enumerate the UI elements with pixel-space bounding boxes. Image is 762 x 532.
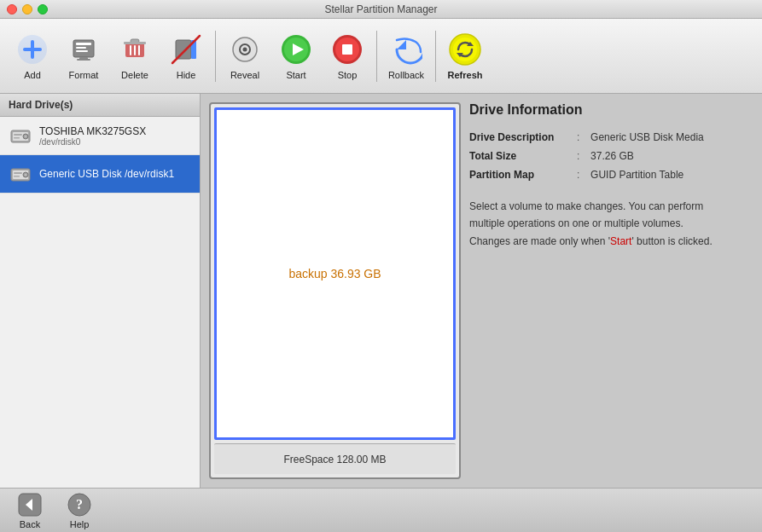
separator-3 [435,31,436,82]
stop-icon [330,32,364,66]
note-line3-pre: Changes are made only when ' [469,235,610,247]
svg-rect-41 [14,172,22,174]
rollback-button[interactable]: Rollback [381,23,432,90]
format-icon [67,32,101,66]
toolbar: Add Format Delet [0,19,762,94]
svg-rect-2 [23,48,42,51]
maximize-button[interactable] [38,4,48,14]
bottom-bar: Back ? Help [0,488,762,532]
help-label: Help [70,519,90,529]
field-key-1: Total Size [469,147,572,165]
hide-icon [169,32,203,66]
stop-label: Stop [338,70,358,80]
colon-1: : [572,147,590,165]
close-button[interactable] [7,4,17,14]
note-highlight: Start [610,235,631,247]
start-icon [279,32,313,66]
note-line2: multiple operations on one or multiple v… [469,217,683,229]
colon-2: : [572,165,590,184]
refresh-icon [448,32,482,66]
refresh-label: Refresh [448,70,483,80]
info-panel: Drive Information Drive Description : Ge… [469,102,753,479]
start-label: Start [286,70,305,80]
svg-point-34 [25,136,27,138]
start-button[interactable]: Start [270,23,322,90]
field-val-0: Generic USB Disk Media [590,128,753,147]
format-button[interactable]: Format [58,23,109,90]
delete-button[interactable]: Delete [109,23,160,90]
toshiba-sublabel: /dev/rdisk0 [39,137,146,147]
field-key-2: Partition Map [469,165,572,184]
add-label: Add [24,70,41,80]
add-icon [15,32,49,66]
hide-label: Hide [177,70,196,80]
reveal-button[interactable]: Reveal [219,23,270,90]
help-icon: ? [67,492,92,518]
partition-inner[interactable]: backup 36.93 GB [214,107,456,440]
info-table: Drive Description : Generic USB Disk Med… [469,128,753,184]
title-bar: Stellar Partition Manager [0,0,762,19]
drive-icon-toshiba [9,124,32,147]
toshiba-text: TOSHIBA MK3275GSX /dev/rdisk0 [39,125,146,147]
svg-rect-4 [76,43,91,45]
info-note: Select a volume to make changes. You can… [469,198,753,250]
separator-1 [215,31,216,82]
reveal-label: Reveal [230,70,259,80]
window-controls[interactable] [7,4,48,14]
back-icon [17,492,43,518]
field-val-2: GUID Partition Table [590,165,753,184]
svg-point-28 [453,38,477,61]
add-button[interactable]: Add [7,23,58,90]
svg-point-40 [25,174,27,176]
window-title: Stellar Partition Manager [324,3,437,15]
back-label: Back [20,519,40,529]
rollback-label: Rollback [388,70,424,80]
main-area: Hard Drive(s) TOSHIBA MK3275GSX /dev/rdi… [0,94,762,488]
separator-2 [376,31,377,82]
svg-rect-11 [124,42,146,44]
sidebar-header: Hard Drive(s) [0,94,200,117]
svg-rect-42 [14,176,20,177]
freespace-bar[interactable]: FreeSpace 128.00 MB [214,443,456,474]
delete-icon [118,32,152,66]
svg-rect-6 [76,50,88,52]
table-row: Total Size : 37.26 GB [469,147,753,165]
format-label: Format [69,70,99,80]
svg-rect-5 [76,47,86,49]
content-area: backup 36.93 GB FreeSpace 128.00 MB Driv… [201,94,762,488]
stop-button[interactable]: Stop [322,23,373,90]
minimize-button[interactable] [22,4,32,14]
svg-rect-8 [77,59,90,61]
freespace-label: FreeSpace 128.00 MB [283,454,386,466]
rollback-icon [389,32,423,66]
partition-label: backup 36.93 GB [288,267,381,280]
field-key-0: Drive Description [469,128,572,147]
hide-button[interactable]: Hide [160,23,212,90]
field-val-1: 37.26 GB [590,147,753,165]
svg-rect-35 [14,134,22,136]
delete-label: Delete [121,70,148,80]
usb-label: Generic USB Disk /dev/rdisk1 [39,168,174,180]
svg-point-20 [243,47,247,51]
drive-icon-usb [9,162,32,186]
back-button[interactable]: Back [9,492,51,529]
table-row: Drive Description : Generic USB Disk Med… [469,128,753,147]
toshiba-label: TOSHIBA MK3275GSX [39,125,146,137]
svg-rect-26 [342,44,352,55]
help-button[interactable]: ? Help [58,492,101,529]
sidebar-item-usb[interactable]: Generic USB Disk /dev/rdisk1 [0,155,200,194]
reveal-icon [228,32,262,66]
svg-rect-36 [14,137,20,139]
table-row: Partition Map : GUID Partition Table [469,165,753,184]
note-line1: Select a volume to make changes. You can… [469,200,703,212]
sidebar: Hard Drive(s) TOSHIBA MK3275GSX /dev/rdi… [0,94,201,488]
info-title: Drive Information [469,102,753,118]
note-line3-post: ' button is clicked. [631,235,712,247]
svg-text:?: ? [76,497,83,512]
usb-text: Generic USB Disk /dev/rdisk1 [39,168,174,180]
sidebar-item-toshiba[interactable]: TOSHIBA MK3275GSX /dev/rdisk0 [0,117,200,155]
refresh-button[interactable]: Refresh [439,23,491,90]
colon-0: : [572,128,590,147]
partition-view[interactable]: backup 36.93 GB FreeSpace 128.00 MB [209,102,461,479]
